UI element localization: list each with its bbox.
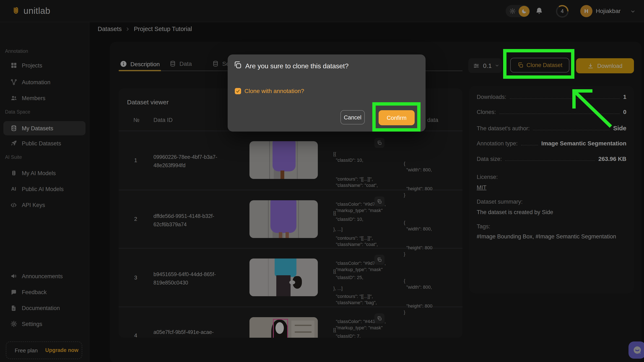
app-root: unitlab 4 H Hojiakbar Annot (0, 0, 644, 362)
clone-confirm-modal: Are you sure to clone this dataset? Clon… (228, 54, 426, 132)
copy-icon (234, 61, 242, 69)
confirm-button[interactable]: Confirm (378, 110, 415, 125)
checkbox-label[interactable]: Clone with annotation? (244, 88, 304, 94)
modal-title: Are you sure to clone this dataset? (245, 62, 348, 70)
clone-with-annotation-checkbox[interactable] (235, 88, 241, 94)
cancel-button[interactable]: Cancel (340, 110, 365, 124)
